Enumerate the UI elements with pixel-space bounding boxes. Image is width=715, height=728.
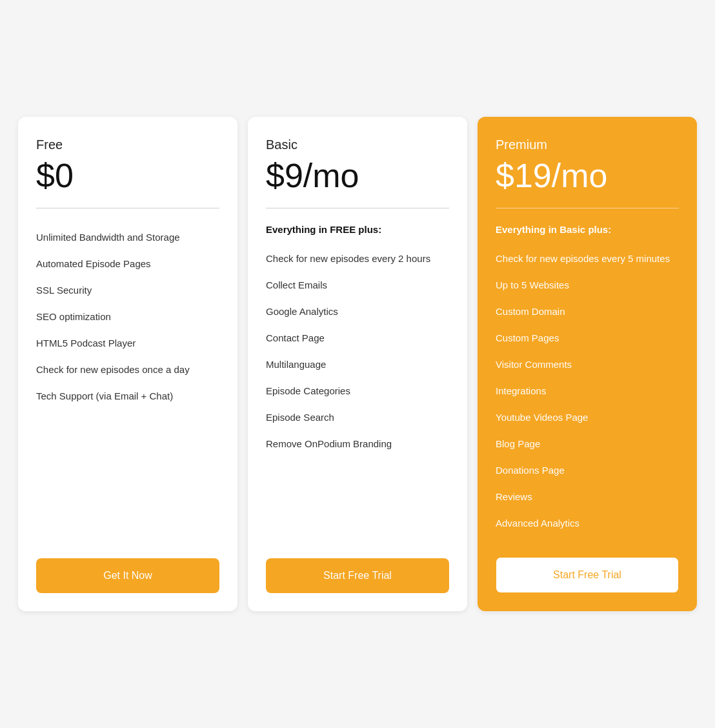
plan-name-free: Free: [36, 137, 219, 152]
features-list-basic: Check for new episodes every 2 hoursColl…: [266, 245, 449, 538]
plan-name-premium: Premium: [496, 137, 679, 152]
plan-card-basic: Basic$9/moEverything in FREE plus:Check …: [248, 117, 467, 611]
list-item: Episode Search: [266, 404, 449, 430]
list-item: Google Analytics: [266, 298, 449, 325]
list-item: Reviews: [496, 483, 679, 510]
list-item: Up to 5 Websites: [496, 272, 679, 298]
features-list-premium: Check for new episodes every 5 minutesUp…: [496, 245, 679, 536]
list-item: Custom Domain: [496, 298, 679, 325]
list-item: Remove OnPodium Branding: [266, 430, 449, 457]
features-header-basic: Everything in FREE plus:: [266, 224, 449, 235]
plan-price-premium: $19/mo: [496, 157, 679, 194]
list-item: Blog Page: [496, 430, 679, 457]
cta-button-premium[interactable]: Start Free Trial: [496, 557, 679, 593]
plan-price-free: $0: [36, 157, 219, 194]
list-item: SSL Security: [36, 277, 219, 303]
list-item: Tech Support (via Email + Chat): [36, 383, 219, 409]
list-item: Episode Categories: [266, 378, 449, 404]
list-item: Check for new episodes every 5 minutes: [496, 245, 679, 272]
plan-name-basic: Basic: [266, 137, 449, 152]
list-item: Integrations: [496, 378, 679, 404]
pricing-container: Free$0Unlimited Bandwidth and StorageAut…: [13, 112, 702, 616]
plan-card-premium: Premium$19/moEverything in Basic plus:Ch…: [478, 117, 697, 611]
plan-divider-premium: [496, 208, 679, 208]
list-item: Check for new episodes once a day: [36, 356, 219, 383]
list-item: Advanced Analytics: [496, 510, 679, 536]
list-item: Visitor Comments: [496, 351, 679, 378]
list-item: SEO optimization: [36, 303, 219, 330]
list-item: Donations Page: [496, 457, 679, 483]
list-item: Unlimited Bandwidth and Storage: [36, 224, 219, 250]
features-header-premium: Everything in Basic plus:: [496, 224, 679, 235]
list-item: Youtube Videos Page: [496, 404, 679, 430]
plan-divider-free: [36, 208, 219, 208]
list-item: Custom Pages: [496, 325, 679, 351]
list-item: Contact Page: [266, 325, 449, 351]
list-item: Check for new episodes every 2 hours: [266, 245, 449, 272]
cta-button-basic[interactable]: Start Free Trial: [266, 558, 449, 593]
plan-price-basic: $9/mo: [266, 157, 449, 194]
cta-button-free[interactable]: Get It Now: [36, 558, 219, 593]
list-item: Automated Episode Pages: [36, 250, 219, 277]
list-item: Multilanguage: [266, 351, 449, 378]
features-list-free: Unlimited Bandwidth and StorageAutomated…: [36, 224, 219, 538]
plan-divider-basic: [266, 208, 449, 208]
list-item: HTML5 Podcast Player: [36, 330, 219, 356]
list-item: Collect Emails: [266, 272, 449, 298]
plan-card-free: Free$0Unlimited Bandwidth and StorageAut…: [18, 117, 237, 611]
